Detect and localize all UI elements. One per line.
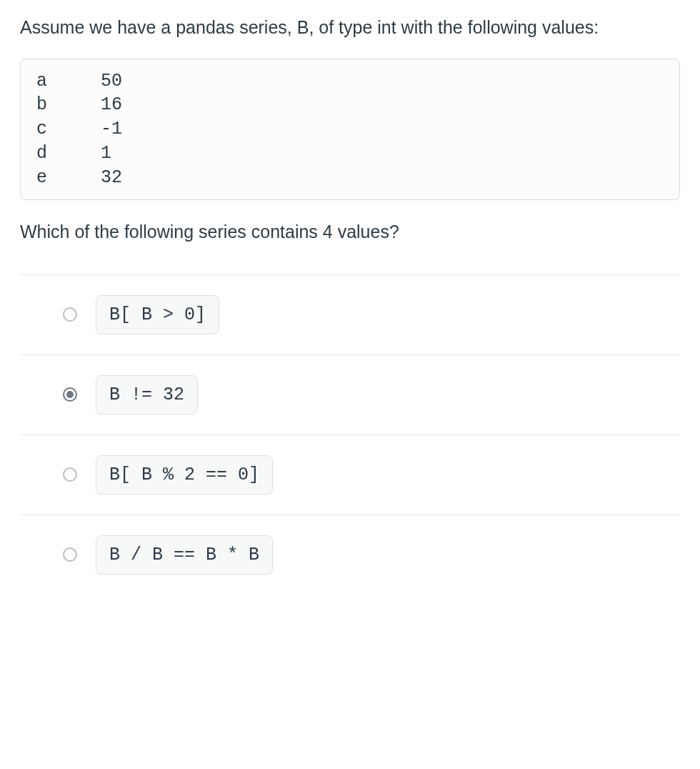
radio-icon[interactable]	[63, 547, 77, 562]
radio-icon[interactable]	[63, 307, 77, 322]
answer-option[interactable]: B / B == B * B	[20, 515, 680, 595]
radio-icon[interactable]	[63, 467, 77, 482]
answer-option[interactable]: B != 32	[20, 355, 680, 435]
answer-code: B[ B % 2 == 0]	[96, 455, 273, 495]
question-prompt: Which of the following series contains 4…	[20, 219, 680, 246]
question-intro: Assume we have a pandas series, B, of ty…	[20, 14, 680, 41]
radio-icon[interactable]	[63, 387, 77, 402]
question-container: Assume we have a pandas series, B, of ty…	[0, 0, 700, 616]
answer-option[interactable]: B[ B > 0]	[20, 275, 680, 355]
answer-code: B[ B > 0]	[96, 295, 219, 334]
series-values: a 50 b 16 c -1 d 1 e 32	[36, 69, 664, 190]
answer-code: B != 32	[96, 375, 198, 415]
series-codebox: a 50 b 16 c -1 d 1 e 32	[20, 59, 680, 201]
answer-code: B / B == B * B	[96, 535, 273, 575]
answer-option[interactable]: B[ B % 2 == 0]	[20, 435, 680, 515]
